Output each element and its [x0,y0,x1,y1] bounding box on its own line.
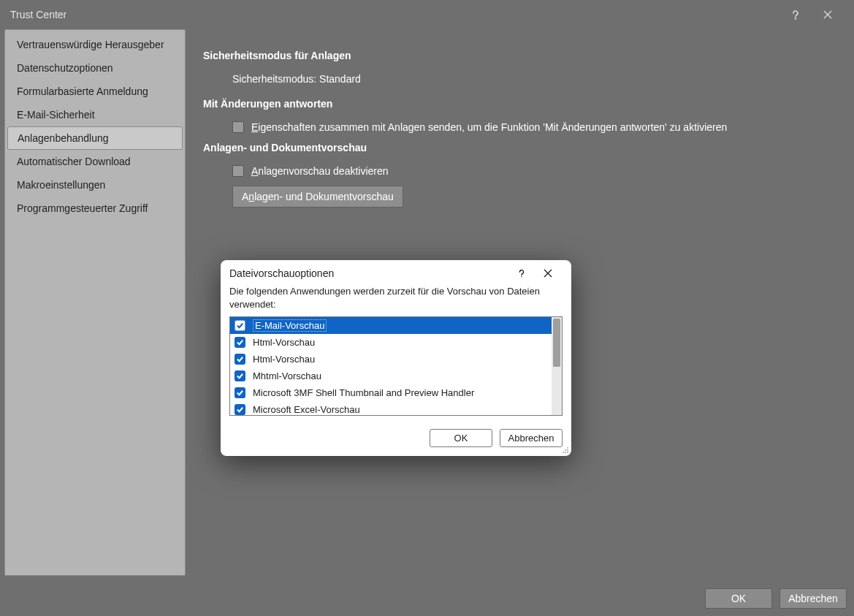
svg-point-4 [567,449,568,451]
help-button[interactable] [779,0,812,29]
checkbox-checked-icon[interactable] [235,370,245,381]
checkbox-disable-attachment-preview-label: Anlagenvorschau deaktivieren [251,165,389,177]
sidebar: Vertrauenswürdige Herausgeber Datenschut… [4,29,186,576]
sidebar-item-form-based-signin[interactable]: Formularbasierte Anmeldung [5,80,185,103]
checkbox-send-properties-label: Eigenschaften zusammen mit Anlagen sende… [251,121,727,133]
close-icon [823,10,832,19]
svg-point-3 [565,449,566,451]
resize-grip-icon [560,445,569,454]
list-item-label: Microsoft 3MF Shell Thumbnail and Previe… [253,387,474,398]
modal-footer: OK Abbrechen [221,422,571,456]
svg-point-0 [795,18,796,20]
window-titlebar: Trust Center [0,0,854,29]
checkbox-checked-icon[interactable] [235,387,245,398]
checkbox-disable-attachment-preview[interactable]: Anlagenvorschau deaktivieren [232,165,832,177]
svg-point-5 [563,452,564,453]
modal-close-button[interactable] [533,269,563,278]
section-attachment-preview-heading: Anlagen- und Dokumentvorschau [203,142,832,153]
attachment-preview-button[interactable]: Anlagen- und Dokumentvorschau [232,186,403,208]
modal-help-button[interactable] [510,269,533,278]
list-item[interactable]: E-Mail-Vorschau [230,317,552,334]
section-reply-with-changes-heading: Mit Änderungen antworten [203,98,832,110]
sidebar-item-trusted-publishers[interactable]: Vertrauenswürdige Herausgeber [5,33,185,56]
list-item-label: Microsoft Excel-Vorschau [253,404,360,415]
modal-title: Dateivorschauoptionen [229,267,510,279]
sidebar-item-attachment-handling[interactable]: Anlagenbehandlung [7,126,183,150]
list-item-label: Html-Vorschau [253,354,315,365]
svg-point-6 [565,452,566,453]
list-item-label: E-Mail-Vorschau [253,319,327,332]
checkbox-send-properties[interactable]: Eigenschaften zusammen mit Anlagen sende… [232,121,832,133]
list-item[interactable]: Mhtml-Vorschau [230,368,552,384]
sidebar-item-programmatic-access[interactable]: Programmgesteuerter Zugriff [5,197,185,220]
checkbox-checked-icon[interactable] [235,404,245,415]
scrollbar[interactable] [552,317,562,415]
cancel-button[interactable]: Abbrechen [779,588,847,609]
sidebar-item-email-security[interactable]: E-Mail-Sicherheit [5,103,185,126]
svg-point-1 [521,276,522,278]
preview-handlers-listbox[interactable]: E-Mail-Vorschau Html-Vorschau Html-Vorsc… [229,316,563,416]
window-title: Trust Center [10,9,779,20]
list-item[interactable]: Microsoft 3MF Shell Thumbnail and Previe… [230,384,552,401]
svg-point-2 [567,447,568,449]
scrollbar-thumb[interactable] [553,319,560,367]
checkbox-checked-icon[interactable] [235,320,245,331]
modal-cancel-button[interactable]: Abbrechen [500,429,563,447]
checkbox-checked-icon[interactable] [235,337,245,348]
help-icon [517,269,526,278]
dialog-footer: OK Abbrechen [705,588,847,609]
resize-grip[interactable] [560,445,569,454]
ok-button[interactable]: OK [705,588,772,609]
list-item[interactable]: Html-Vorschau [230,334,552,351]
modal-body: Die folgenden Anwendungen werden zurzeit… [221,285,571,422]
help-icon [790,9,801,20]
file-preview-options-dialog: Dateivorschauoptionen Die folgenden Anwe… [221,260,571,456]
checkbox-checked-icon[interactable] [235,354,245,365]
section-security-mode-heading: Sicherheitsmodus für Anlagen [203,50,832,61]
list-item[interactable]: Microsoft Excel-Vorschau [230,401,552,415]
svg-point-7 [567,452,568,453]
modal-titlebar: Dateivorschauoptionen [221,260,571,285]
checkbox-icon [232,121,244,133]
list-item-label: Mhtml-Vorschau [253,370,321,381]
close-button[interactable] [812,0,844,29]
close-icon [544,269,552,278]
modal-ok-button[interactable]: OK [430,429,492,447]
security-mode-value: Sicherheitsmodus: Standard [232,73,832,85]
list-inner: E-Mail-Vorschau Html-Vorschau Html-Vorsc… [230,317,552,415]
checkbox-icon [232,165,244,177]
sidebar-item-macro-settings[interactable]: Makroeinstellungen [5,173,185,197]
sidebar-item-privacy-options[interactable]: Datenschutzoptionen [5,56,185,80]
list-item-label: Html-Vorschau [253,337,315,348]
modal-description: Die folgenden Anwendungen werden zurzeit… [229,285,563,311]
sidebar-item-automatic-download[interactable]: Automatischer Download [5,150,185,173]
list-item[interactable]: Html-Vorschau [230,351,552,368]
